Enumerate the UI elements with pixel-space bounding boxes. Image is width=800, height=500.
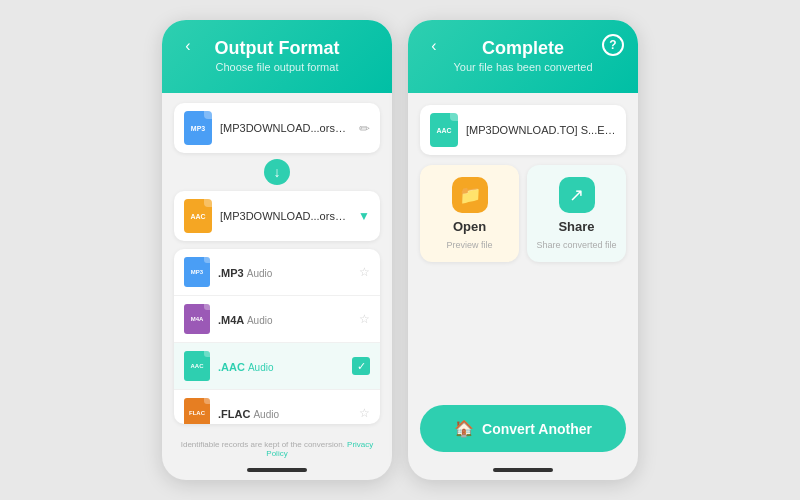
- output-format-title: Output Format: [178, 38, 376, 59]
- bottom-bar-left: [247, 468, 307, 472]
- complete-header: ‹ ? Complete Your file has been converte…: [408, 20, 638, 93]
- share-sublabel: Share converted file: [536, 240, 616, 250]
- output-file-icon: AAC: [184, 199, 212, 233]
- format-checkmark: ✓: [352, 357, 370, 375]
- output-format-body: MP3 [MP3DOWNLOAD...orship-64k.MP3 ✏ ↓ AA…: [162, 93, 392, 434]
- complete-file-name: [MP3DOWNLOAD.TO] S...Exalt Worship-64k.a…: [466, 124, 616, 136]
- share-button[interactable]: ↗ Share Share converted file: [527, 165, 626, 262]
- output-format-panel: ‹ Output Format Choose file output forma…: [162, 20, 392, 480]
- output-format-header: ‹ Output Format Choose file output forma…: [162, 20, 392, 93]
- format-star[interactable]: ☆: [359, 312, 370, 326]
- input-file-icon: MP3: [184, 111, 212, 145]
- output-format-subtitle: Choose file output format: [178, 61, 376, 73]
- home-icon: 🏠: [454, 419, 474, 438]
- format-icon-m4a: M4A: [184, 304, 210, 334]
- bottom-bar-right: [493, 468, 553, 472]
- open-button[interactable]: 📁 Open Preview file: [420, 165, 519, 262]
- share-icon: ↗: [559, 177, 595, 213]
- format-item-aac[interactable]: AAC.AAC Audio✓: [174, 343, 380, 390]
- open-label: Open: [453, 219, 486, 234]
- format-icon-flac: FLAC: [184, 398, 210, 424]
- spacer: [420, 272, 626, 395]
- back-button-right[interactable]: ‹: [422, 34, 446, 58]
- format-item-mp3[interactable]: MP3.MP3 Audio☆: [174, 249, 380, 296]
- format-label-mp3: .MP3 Audio: [218, 263, 351, 281]
- format-item-flac[interactable]: FLAC.FLAC Audio☆: [174, 390, 380, 424]
- output-file-name: [MP3DOWNLOAD...orship-64k.AAC: [220, 210, 350, 222]
- input-file-name: [MP3DOWNLOAD...orship-64k.MP3: [220, 122, 351, 134]
- action-buttons: 📁 Open Preview file ↗ Share Share conver…: [420, 165, 626, 262]
- open-sublabel: Preview file: [446, 240, 492, 250]
- complete-title: Complete: [424, 38, 622, 59]
- convert-arrow: ↓: [174, 159, 380, 185]
- output-file-bar[interactable]: AAC [MP3DOWNLOAD...orship-64k.AAC ▼: [174, 191, 380, 241]
- format-label-flac: .FLAC Audio: [218, 404, 351, 422]
- complete-file-icon: AAC: [430, 113, 458, 147]
- format-icon-aac: AAC: [184, 351, 210, 381]
- edit-icon[interactable]: ✏: [359, 121, 370, 136]
- complete-file-bar: AAC [MP3DOWNLOAD.TO] S...Exalt Worship-6…: [420, 105, 626, 155]
- format-label-m4a: .M4A Audio: [218, 310, 351, 328]
- help-button[interactable]: ?: [602, 34, 624, 56]
- convert-another-label: Convert Another: [482, 421, 592, 437]
- format-star[interactable]: ☆: [359, 265, 370, 279]
- format-label-aac: .AAC Audio: [218, 357, 344, 375]
- complete-panel: ‹ ? Complete Your file has been converte…: [408, 20, 638, 480]
- arrow-circle: ↓: [264, 159, 290, 185]
- complete-subtitle: Your file has been converted: [424, 61, 622, 73]
- back-button-left[interactable]: ‹: [176, 34, 200, 58]
- panel-footer: Identifiable records are kept of the con…: [162, 434, 392, 468]
- complete-body: AAC [MP3DOWNLOAD.TO] S...Exalt Worship-6…: [408, 93, 638, 468]
- share-label: Share: [558, 219, 594, 234]
- input-file-bar: MP3 [MP3DOWNLOAD...orship-64k.MP3 ✏: [174, 103, 380, 153]
- screen-container: ‹ Output Format Choose file output forma…: [0, 0, 800, 500]
- format-star[interactable]: ☆: [359, 406, 370, 420]
- open-icon: 📁: [452, 177, 488, 213]
- format-list: MP3.MP3 Audio☆M4A.M4A Audio☆AAC.AAC Audi…: [174, 249, 380, 424]
- convert-another-button[interactable]: 🏠 Convert Another: [420, 405, 626, 452]
- dropdown-arrow-icon: ▼: [358, 209, 370, 223]
- format-item-m4a[interactable]: M4A.M4A Audio☆: [174, 296, 380, 343]
- format-icon-mp3: MP3: [184, 257, 210, 287]
